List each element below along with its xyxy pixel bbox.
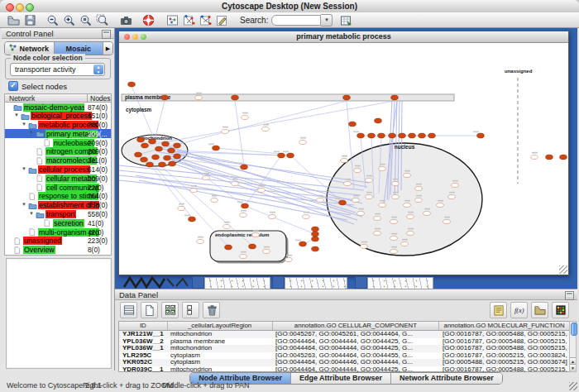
create-attribute-icon[interactable] [141,302,158,318]
node[interactable] [428,133,436,138]
node[interactable] [375,118,382,123]
node[interactable] [299,241,307,246]
scrollbar-thumb[interactable] [571,323,577,336]
node[interactable] [477,133,485,138]
select-all-icon[interactable] [161,302,179,318]
notes-icon[interactable] [490,302,507,318]
layout-b-icon[interactable] [199,13,213,27]
layout-a-icon[interactable] [182,13,196,27]
node[interactable] [312,232,319,237]
fx-icon[interactable]: f(x) [510,302,528,318]
node[interactable] [203,176,210,180]
node[interactable] [404,174,411,178]
tree-row-establishment-of-lo[interactable]: ▼establishment of lo558(0) [5,201,111,210]
node[interactable] [407,215,414,219]
expand-arrow-icon[interactable]: ▼ [29,130,34,135]
node[interactable] [312,237,319,241]
zoom-out-icon[interactable] [45,13,60,27]
node[interactable] [390,250,398,254]
tab-mosaic[interactable]: Mosaic [55,42,104,55]
node[interactable] [389,133,396,138]
select-nodes-checkbox[interactable]: ✓ [8,81,18,91]
node[interactable] [374,217,381,221]
node[interactable] [407,232,414,236]
node[interactable] [252,233,260,237]
table-scrollbar[interactable]: ▲ ▼ [569,321,577,372]
node[interactable] [357,133,365,138]
node[interactable] [263,250,270,254]
expand-arrow-icon[interactable]: ▼ [14,112,19,117]
node[interactable] [162,141,170,146]
node[interactable] [349,122,356,127]
app-resize-grip[interactable] [569,382,577,390]
tree-row-metabolic-process[interactable]: ▼metabolic process280(0) [5,121,111,130]
network-overview-icon[interactable] [165,13,179,27]
node[interactable] [303,215,310,219]
node[interactable] [197,240,204,244]
node[interactable] [452,184,459,188]
expand-arrow-icon[interactable]: ▼ [29,211,34,216]
node[interactable] [241,165,248,170]
node[interactable] [366,179,373,183]
node[interactable] [242,203,249,208]
node[interactable] [146,162,154,167]
node[interactable] [341,159,348,163]
node[interactable] [285,258,293,262]
float-panel-icon[interactable] [102,30,111,39]
node[interactable] [404,203,411,208]
snapshot-icon[interactable] [119,13,133,27]
node[interactable] [299,141,307,145]
node[interactable] [135,152,142,157]
node[interactable] [164,155,171,160]
node[interactable] [312,246,319,251]
unselect-all-icon[interactable] [182,302,199,318]
node[interactable] [343,95,351,100]
node[interactable] [390,220,398,224]
birds-eye-view[interactable] [6,258,112,369]
tab-overflow-icon[interactable]: ▶ [103,42,112,55]
column-header-2[interactable]: annotation.GO CELLULAR_COMPONENT [273,322,440,330]
float-panel-icon[interactable] [565,291,574,300]
node[interactable] [390,237,398,241]
node[interactable] [223,225,231,229]
background-window-handle[interactable] [355,276,367,289]
node[interactable] [190,189,198,193]
node[interactable] [258,189,266,193]
tree-row-cellular-metabo[interactable]: cellular metabo209(0) [5,174,111,183]
table-row[interactable]: YPL036W__1mitochondrion[GO:0044464, GO:0… [119,345,570,352]
node-color-dropdown[interactable]: transporter activity ▲▼ [10,63,105,76]
tab-network[interactable]: Network [5,42,55,55]
select-attributes-icon[interactable] [120,302,137,318]
tree-row-nitrogen-compo[interactable]: nitrogen compo209(0) [5,147,111,156]
node[interactable] [287,153,294,158]
node[interactable] [242,116,249,120]
zoom-selected-icon[interactable] [95,13,109,27]
node[interactable] [222,130,229,134]
node[interactable] [546,155,553,160]
node[interactable] [211,198,218,203]
node[interactable] [189,217,196,222]
column-header-0[interactable]: ID [119,322,168,330]
expand-arrow-icon[interactable]: ▼ [22,122,26,127]
table-row[interactable]: YLR295Ccytoplasm[GO:0045263, GO:0044464,… [119,352,570,360]
node[interactable] [137,137,145,142]
node[interactable] [240,255,247,259]
vizmapper-icon[interactable] [215,13,229,27]
node[interactable] [368,133,376,138]
tree-row-secretion[interactable]: secretion41(0) [5,218,111,227]
node[interactable] [152,155,160,160]
node[interactable] [128,82,136,87]
network-canvas[interactable]: plasma membranecytoplasmmitochondrionnuc… [119,43,568,275]
node[interactable] [195,96,203,100]
node[interactable] [344,182,352,186]
node[interactable] [415,187,423,191]
node[interactable] [178,207,185,211]
node[interactable] [361,245,368,249]
node[interactable] [278,153,285,158]
tree-row-overview[interactable]: Overview8(0) [5,246,111,255]
node[interactable] [560,155,567,160]
node[interactable] [141,157,148,162]
column-header-1[interactable]: _cellularLayoutRegion [168,322,273,330]
node[interactable] [531,155,538,160]
tree-row-unassigned[interactable]: unassigned223(0) [5,237,111,246]
